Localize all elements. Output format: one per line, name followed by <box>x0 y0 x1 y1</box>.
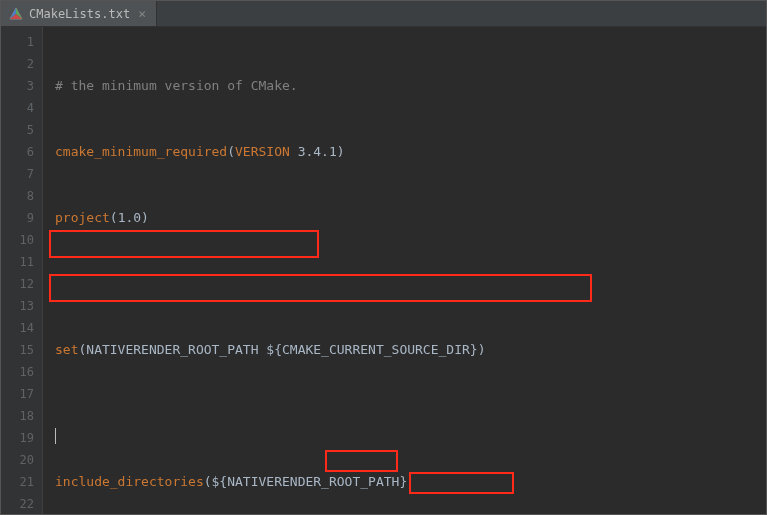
line-num: 6 <box>5 141 34 163</box>
line-num: 18 <box>5 405 34 427</box>
highlight-box <box>325 450 398 472</box>
arg: 1.0 <box>118 210 141 225</box>
line-num: 11 <box>5 251 34 273</box>
file-tab[interactable]: CMakeLists.txt × <box>1 1 157 26</box>
line-num: 21 <box>5 471 34 493</box>
line-num: 1 <box>5 31 34 53</box>
line-num: 9 <box>5 207 34 229</box>
fn: project <box>55 210 110 225</box>
close-icon[interactable]: × <box>136 6 148 21</box>
line-num: 14 <box>5 317 34 339</box>
line-num: 8 <box>5 185 34 207</box>
text-cursor <box>55 428 56 444</box>
keyword: VERSION <box>235 144 290 159</box>
line-num: 22 <box>5 493 34 515</box>
line-num: 2 <box>5 53 34 75</box>
line-num: 4 <box>5 97 34 119</box>
line-num: 5 <box>5 119 34 141</box>
line-num: 17 <box>5 383 34 405</box>
line-num: 3 <box>5 75 34 97</box>
tab-bar: CMakeLists.txt × <box>1 1 766 27</box>
line-num: 7 <box>5 163 34 185</box>
line-num: 15 <box>5 339 34 361</box>
line-num: 20 <box>5 449 34 471</box>
line-num: 13 <box>5 295 34 317</box>
arg: ${NATIVERENDER_ROOT_PATH} <box>212 474 408 489</box>
line-num: 10 <box>5 229 34 251</box>
tab-filename: CMakeLists.txt <box>29 7 130 21</box>
fn: set <box>55 342 78 357</box>
fn: include_directories <box>55 474 204 489</box>
line-num: 12 <box>5 273 34 295</box>
editor: 1 2 3 4 5 6 7 8 9 10 11 12 13 14 15 16 1… <box>1 27 766 514</box>
line-gutter: 1 2 3 4 5 6 7 8 9 10 11 12 13 14 15 16 1… <box>1 27 43 514</box>
code-area[interactable]: # the minimum version of CMake. cmake_mi… <box>43 27 766 514</box>
line-num: 16 <box>5 361 34 383</box>
arg: NATIVERENDER_ROOT_PATH ${CMAKE_CURRENT_S… <box>86 342 477 357</box>
fn: cmake_minimum_required <box>55 144 227 159</box>
arg: 3.4.1 <box>290 144 337 159</box>
comment: # the minimum version of CMake. <box>55 78 298 93</box>
highlight-box <box>49 230 319 258</box>
line-num: 19 <box>5 427 34 449</box>
cmake-icon <box>9 7 23 21</box>
